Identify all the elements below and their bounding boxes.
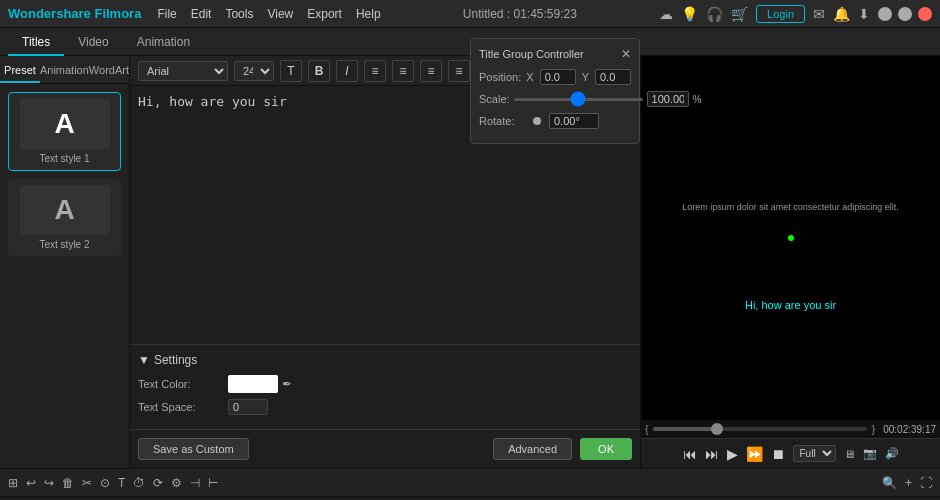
maximize-button[interactable] <box>898 7 912 21</box>
style-item-2[interactable]: A Text style 2 <box>8 179 121 256</box>
ok-button[interactable]: OK <box>580 438 632 460</box>
snapshot-icon[interactable]: 📷 <box>863 447 877 460</box>
style-label-1: Text style 1 <box>15 153 114 164</box>
menu-file[interactable]: File <box>157 7 176 21</box>
screen-icon[interactable]: 🖥 <box>844 448 855 460</box>
preview-subtitle-text: Hi, how are you sir <box>641 299 940 311</box>
menu-help[interactable]: Help <box>356 7 381 21</box>
font-select[interactable]: Arial <box>138 61 228 81</box>
style-letter-1: A <box>54 108 74 140</box>
progress-thumb[interactable] <box>711 423 723 435</box>
italic-button[interactable]: I <box>336 60 358 82</box>
cut-icon[interactable]: ✂ <box>82 476 92 490</box>
reverse-icon[interactable]: ⟳ <box>153 476 163 490</box>
progress-bar[interactable] <box>653 427 868 431</box>
adjust-icon[interactable]: ⚙ <box>171 476 182 490</box>
size-select[interactable]: 24 <box>234 61 274 81</box>
align-right-button[interactable]: ≡ <box>420 60 442 82</box>
zoom-out-icon[interactable]: 🔍 <box>882 476 897 490</box>
mask-icon[interactable]: ⊙ <box>100 476 110 490</box>
bulb-icon[interactable]: 💡 <box>681 6 698 22</box>
y-label: Y <box>582 71 589 83</box>
popup-close-button[interactable]: ✕ <box>621 47 631 61</box>
advanced-button[interactable]: Advanced <box>493 438 572 460</box>
login-button[interactable]: Login <box>756 5 805 23</box>
minimize-button[interactable] <box>878 7 892 21</box>
bottom-buttons: Save as Custom Advanced OK <box>130 429 640 468</box>
menu-export[interactable]: Export <box>307 7 342 21</box>
speaker-icon[interactable]: 🔊 <box>885 447 899 460</box>
tab-video[interactable]: Video <box>64 28 122 56</box>
close-button[interactable] <box>918 7 932 21</box>
step-fwd-button[interactable]: ⏩ <box>746 446 763 462</box>
text-icon[interactable]: T <box>118 476 125 490</box>
split-icon[interactable]: ⊣ <box>190 476 200 490</box>
format-icon[interactable]: T <box>280 60 302 82</box>
text-color-row: Text Color: ✒ <box>138 375 632 393</box>
playback-controls: ⏮ ⏭ ▶ ⏩ ⏹ Full 🖥 📷 🔊 <box>641 438 940 468</box>
text-color-label: Text Color: <box>138 378 228 390</box>
notification-icon[interactable]: 🔔 <box>833 6 850 22</box>
style-item-1[interactable]: A Text style 1 <box>8 92 121 171</box>
rewind-button[interactable]: ⏮ <box>683 446 697 462</box>
extend-icon[interactable]: ⊢ <box>208 476 218 490</box>
cloud-icon[interactable]: ☁ <box>659 6 673 22</box>
popup-title-label: Title Group Controller <box>479 48 584 60</box>
text-space-input[interactable] <box>228 399 268 415</box>
progress-fill <box>653 427 717 431</box>
scale-slider[interactable] <box>514 98 643 101</box>
bold-button[interactable]: B <box>308 60 330 82</box>
position-x-input[interactable] <box>540 69 576 85</box>
subtab-preset[interactable]: Preset <box>0 56 40 83</box>
timeline-toolbar: ⊞ ↩ ↪ 🗑 ✂ ⊙ T ⏱ ⟳ ⚙ ⊣ ⊢ 🔍 + ⛶ <box>0 469 940 497</box>
window-title: Untitled : 01:45:59:23 <box>381 7 659 21</box>
style-list: A Text style 1 A Text style 2 <box>0 84 129 264</box>
scale-label: Scale: <box>479 93 510 105</box>
align-center-button[interactable]: ≡ <box>392 60 414 82</box>
rotate-value-input[interactable] <box>549 113 599 129</box>
cart-icon[interactable]: 🛒 <box>731 6 748 22</box>
tab-titles[interactable]: Titles <box>8 28 64 56</box>
preview-cursor <box>788 235 794 241</box>
x-label: X <box>526 71 533 83</box>
align-left-button[interactable]: ≡ <box>364 60 386 82</box>
left-panel: Preset Animation WordArt A Text style 1 … <box>0 56 130 468</box>
timeline-tool-icon[interactable]: ⊞ <box>8 476 18 490</box>
subtab-wordart[interactable]: WordArt <box>89 56 129 83</box>
menu-view[interactable]: View <box>267 7 293 21</box>
position-y-input[interactable] <box>595 69 631 85</box>
step-back-button[interactable]: ⏭ <box>705 446 719 462</box>
tab-animation[interactable]: Animation <box>123 28 204 56</box>
zoom-in-icon[interactable]: + <box>905 476 912 490</box>
fullscreen-icon[interactable]: ⛶ <box>920 476 932 490</box>
align-justify-button[interactable]: ≡ <box>448 60 470 82</box>
download-icon[interactable]: ⬇ <box>858 6 870 22</box>
menu-edit[interactable]: Edit <box>191 7 212 21</box>
settings-section: ▼ Settings Text Color: ✒ Text Space: <box>130 344 640 429</box>
scale-row: Scale: % <box>479 91 631 107</box>
text-space-label: Text Space: <box>138 401 228 413</box>
delete-icon[interactable]: 🗑 <box>62 476 74 490</box>
stop-button[interactable]: ⏹ <box>771 446 785 462</box>
redo-icon[interactable]: ↪ <box>44 476 54 490</box>
right-action-buttons: Advanced OK <box>493 438 632 460</box>
sub-tabs: Preset Animation WordArt <box>0 56 129 84</box>
text-space-row: Text Space: <box>138 399 632 415</box>
settings-header[interactable]: ▼ Settings <box>138 353 632 367</box>
progress-bar-area[interactable]: { } 00:02:39:17 <box>641 420 940 438</box>
time-icon[interactable]: ⏱ <box>133 476 145 490</box>
save-custom-button[interactable]: Save as Custom <box>138 438 249 460</box>
rotate-dot <box>533 117 541 125</box>
mail-icon[interactable]: ✉ <box>813 6 825 22</box>
menu-tools[interactable]: Tools <box>225 7 253 21</box>
subtab-animation[interactable]: Animation <box>40 56 89 83</box>
scale-value-input[interactable] <box>647 91 689 107</box>
quality-select[interactable]: Full <box>793 445 836 462</box>
play-button[interactable]: ▶ <box>727 446 738 462</box>
text-color-picker[interactable] <box>228 375 278 393</box>
position-row: Position: X Y <box>479 69 631 85</box>
undo-icon[interactable]: ↩ <box>26 476 36 490</box>
headset-icon[interactable]: 🎧 <box>706 6 723 22</box>
eyedropper-icon[interactable]: ✒ <box>282 377 292 391</box>
style-preview-2: A <box>20 185 110 235</box>
